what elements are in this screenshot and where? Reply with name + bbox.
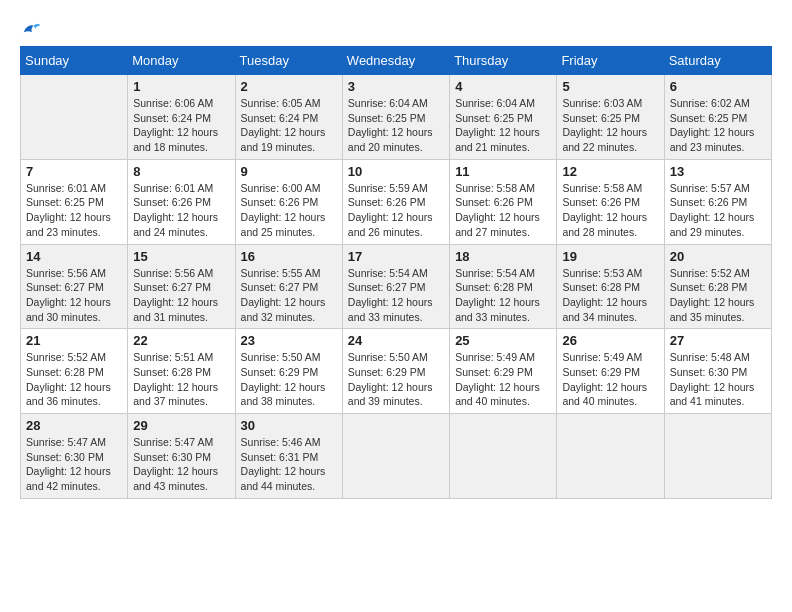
day-info: Sunrise: 5:54 AMSunset: 6:27 PMDaylight:… <box>348 266 444 325</box>
day-number: 9 <box>241 164 337 179</box>
logo <box>20 20 42 36</box>
calendar-cell: 24Sunrise: 5:50 AMSunset: 6:29 PMDayligh… <box>342 329 449 414</box>
day-info: Sunrise: 6:01 AMSunset: 6:25 PMDaylight:… <box>26 181 122 240</box>
calendar-cell: 30Sunrise: 5:46 AMSunset: 6:31 PMDayligh… <box>235 414 342 499</box>
day-number: 20 <box>670 249 766 264</box>
col-header-friday: Friday <box>557 47 664 75</box>
calendar-cell <box>557 414 664 499</box>
calendar-cell: 9Sunrise: 6:00 AMSunset: 6:26 PMDaylight… <box>235 159 342 244</box>
calendar-cell: 25Sunrise: 5:49 AMSunset: 6:29 PMDayligh… <box>450 329 557 414</box>
day-number: 14 <box>26 249 122 264</box>
day-number: 2 <box>241 79 337 94</box>
day-number: 19 <box>562 249 658 264</box>
calendar-cell: 1Sunrise: 6:06 AMSunset: 6:24 PMDaylight… <box>128 75 235 160</box>
calendar-cell: 12Sunrise: 5:58 AMSunset: 6:26 PMDayligh… <box>557 159 664 244</box>
day-info: Sunrise: 5:50 AMSunset: 6:29 PMDaylight:… <box>241 350 337 409</box>
day-info: Sunrise: 6:00 AMSunset: 6:26 PMDaylight:… <box>241 181 337 240</box>
day-info: Sunrise: 5:52 AMSunset: 6:28 PMDaylight:… <box>670 266 766 325</box>
day-info: Sunrise: 5:50 AMSunset: 6:29 PMDaylight:… <box>348 350 444 409</box>
calendar-cell <box>21 75 128 160</box>
calendar-cell: 2Sunrise: 6:05 AMSunset: 6:24 PMDaylight… <box>235 75 342 160</box>
calendar-cell: 22Sunrise: 5:51 AMSunset: 6:28 PMDayligh… <box>128 329 235 414</box>
day-info: Sunrise: 5:57 AMSunset: 6:26 PMDaylight:… <box>670 181 766 240</box>
day-number: 10 <box>348 164 444 179</box>
day-number: 22 <box>133 333 229 348</box>
calendar-cell: 18Sunrise: 5:54 AMSunset: 6:28 PMDayligh… <box>450 244 557 329</box>
calendar-cell: 7Sunrise: 6:01 AMSunset: 6:25 PMDaylight… <box>21 159 128 244</box>
day-number: 3 <box>348 79 444 94</box>
day-number: 23 <box>241 333 337 348</box>
calendar-cell: 26Sunrise: 5:49 AMSunset: 6:29 PMDayligh… <box>557 329 664 414</box>
day-info: Sunrise: 5:58 AMSunset: 6:26 PMDaylight:… <box>455 181 551 240</box>
day-info: Sunrise: 5:56 AMSunset: 6:27 PMDaylight:… <box>26 266 122 325</box>
day-info: Sunrise: 5:55 AMSunset: 6:27 PMDaylight:… <box>241 266 337 325</box>
day-number: 7 <box>26 164 122 179</box>
calendar-cell <box>450 414 557 499</box>
col-header-saturday: Saturday <box>664 47 771 75</box>
day-number: 1 <box>133 79 229 94</box>
calendar-cell: 20Sunrise: 5:52 AMSunset: 6:28 PMDayligh… <box>664 244 771 329</box>
day-info: Sunrise: 5:47 AMSunset: 6:30 PMDaylight:… <box>26 435 122 494</box>
day-info: Sunrise: 6:05 AMSunset: 6:24 PMDaylight:… <box>241 96 337 155</box>
day-number: 6 <box>670 79 766 94</box>
calendar-week-row: 28Sunrise: 5:47 AMSunset: 6:30 PMDayligh… <box>21 414 772 499</box>
logo-bird-icon <box>22 20 42 36</box>
calendar-cell <box>664 414 771 499</box>
day-number: 29 <box>133 418 229 433</box>
day-number: 25 <box>455 333 551 348</box>
day-info: Sunrise: 6:04 AMSunset: 6:25 PMDaylight:… <box>348 96 444 155</box>
day-info: Sunrise: 6:01 AMSunset: 6:26 PMDaylight:… <box>133 181 229 240</box>
day-number: 27 <box>670 333 766 348</box>
day-number: 24 <box>348 333 444 348</box>
day-info: Sunrise: 5:59 AMSunset: 6:26 PMDaylight:… <box>348 181 444 240</box>
calendar-cell: 5Sunrise: 6:03 AMSunset: 6:25 PMDaylight… <box>557 75 664 160</box>
calendar-header-row: SundayMondayTuesdayWednesdayThursdayFrid… <box>21 47 772 75</box>
calendar-cell: 4Sunrise: 6:04 AMSunset: 6:25 PMDaylight… <box>450 75 557 160</box>
calendar-cell: 14Sunrise: 5:56 AMSunset: 6:27 PMDayligh… <box>21 244 128 329</box>
col-header-sunday: Sunday <box>21 47 128 75</box>
day-info: Sunrise: 5:52 AMSunset: 6:28 PMDaylight:… <box>26 350 122 409</box>
col-header-thursday: Thursday <box>450 47 557 75</box>
calendar-week-row: 1Sunrise: 6:06 AMSunset: 6:24 PMDaylight… <box>21 75 772 160</box>
calendar-cell: 3Sunrise: 6:04 AMSunset: 6:25 PMDaylight… <box>342 75 449 160</box>
day-info: Sunrise: 5:53 AMSunset: 6:28 PMDaylight:… <box>562 266 658 325</box>
calendar-cell: 6Sunrise: 6:02 AMSunset: 6:25 PMDaylight… <box>664 75 771 160</box>
day-number: 28 <box>26 418 122 433</box>
calendar-cell <box>342 414 449 499</box>
calendar-cell: 8Sunrise: 6:01 AMSunset: 6:26 PMDaylight… <box>128 159 235 244</box>
day-number: 4 <box>455 79 551 94</box>
col-header-wednesday: Wednesday <box>342 47 449 75</box>
col-header-monday: Monday <box>128 47 235 75</box>
calendar-cell: 15Sunrise: 5:56 AMSunset: 6:27 PMDayligh… <box>128 244 235 329</box>
day-info: Sunrise: 5:46 AMSunset: 6:31 PMDaylight:… <box>241 435 337 494</box>
calendar-week-row: 14Sunrise: 5:56 AMSunset: 6:27 PMDayligh… <box>21 244 772 329</box>
day-number: 11 <box>455 164 551 179</box>
day-number: 30 <box>241 418 337 433</box>
calendar-cell: 17Sunrise: 5:54 AMSunset: 6:27 PMDayligh… <box>342 244 449 329</box>
calendar-cell: 19Sunrise: 5:53 AMSunset: 6:28 PMDayligh… <box>557 244 664 329</box>
day-number: 17 <box>348 249 444 264</box>
day-info: Sunrise: 5:58 AMSunset: 6:26 PMDaylight:… <box>562 181 658 240</box>
day-info: Sunrise: 5:47 AMSunset: 6:30 PMDaylight:… <box>133 435 229 494</box>
day-number: 8 <box>133 164 229 179</box>
calendar-week-row: 7Sunrise: 6:01 AMSunset: 6:25 PMDaylight… <box>21 159 772 244</box>
calendar-cell: 21Sunrise: 5:52 AMSunset: 6:28 PMDayligh… <box>21 329 128 414</box>
day-info: Sunrise: 6:06 AMSunset: 6:24 PMDaylight:… <box>133 96 229 155</box>
day-number: 16 <box>241 249 337 264</box>
day-number: 18 <box>455 249 551 264</box>
day-number: 26 <box>562 333 658 348</box>
day-number: 15 <box>133 249 229 264</box>
day-number: 21 <box>26 333 122 348</box>
calendar-cell: 11Sunrise: 5:58 AMSunset: 6:26 PMDayligh… <box>450 159 557 244</box>
calendar-cell: 29Sunrise: 5:47 AMSunset: 6:30 PMDayligh… <box>128 414 235 499</box>
calendar-cell: 16Sunrise: 5:55 AMSunset: 6:27 PMDayligh… <box>235 244 342 329</box>
day-info: Sunrise: 6:02 AMSunset: 6:25 PMDaylight:… <box>670 96 766 155</box>
col-header-tuesday: Tuesday <box>235 47 342 75</box>
calendar-cell: 23Sunrise: 5:50 AMSunset: 6:29 PMDayligh… <box>235 329 342 414</box>
calendar-cell: 10Sunrise: 5:59 AMSunset: 6:26 PMDayligh… <box>342 159 449 244</box>
day-info: Sunrise: 5:48 AMSunset: 6:30 PMDaylight:… <box>670 350 766 409</box>
day-number: 12 <box>562 164 658 179</box>
day-info: Sunrise: 5:54 AMSunset: 6:28 PMDaylight:… <box>455 266 551 325</box>
day-number: 13 <box>670 164 766 179</box>
calendar-cell: 13Sunrise: 5:57 AMSunset: 6:26 PMDayligh… <box>664 159 771 244</box>
